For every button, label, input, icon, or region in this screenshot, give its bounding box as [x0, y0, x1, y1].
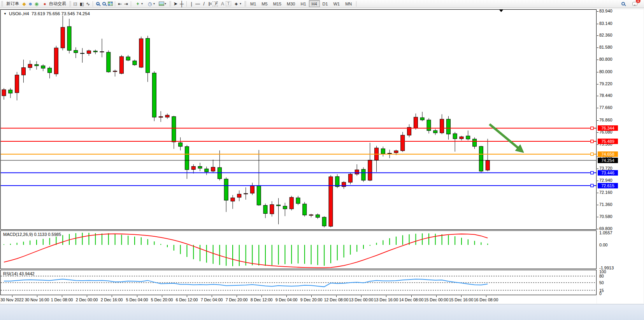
candle-body[interactable] — [309, 215, 313, 216]
candle-body[interactable] — [244, 193, 248, 194]
candle-body[interactable] — [113, 71, 117, 72]
candle-body[interactable] — [100, 52, 104, 52]
candle-body[interactable] — [329, 177, 333, 226]
candle-body[interactable] — [198, 166, 202, 168]
candle-body[interactable] — [420, 118, 424, 120]
candle-body[interactable] — [394, 151, 398, 153]
candle-body[interactable] — [61, 27, 65, 48]
candle-body[interactable] — [316, 215, 319, 218]
new-order-button[interactable]: 新订单 — [4, 0, 21, 7]
horizontal-line-icon[interactable]: — — [195, 1, 201, 7]
candle-body[interactable] — [335, 177, 339, 187]
candle-body[interactable] — [257, 186, 261, 205]
chart-candles-icon[interactable]: ▮▯ — [79, 1, 85, 7]
candle-body[interactable] — [9, 90, 12, 93]
candle-body[interactable] — [159, 116, 163, 117]
candle-body[interactable] — [54, 48, 58, 74]
candle-body[interactable] — [185, 146, 189, 169]
candle-body[interactable] — [139, 39, 143, 67]
fibonacci-icon[interactable]: F — [213, 1, 219, 7]
candle-body[interactable] — [28, 64, 32, 68]
candle-body[interactable] — [466, 136, 470, 139]
search-icon[interactable] — [620, 1, 626, 7]
candle-body[interactable] — [133, 61, 137, 65]
timeframe-m1[interactable]: M1 — [247, 0, 259, 7]
market-signal-icon[interactable]: ◉ — [33, 1, 40, 7]
candle-body[interactable] — [322, 217, 326, 226]
candlestick-chart[interactable] — [1, 10, 596, 229]
candle-body[interactable] — [361, 169, 365, 180]
accounts-icon[interactable]: ☻ — [27, 1, 33, 7]
level-anchor[interactable] — [591, 184, 593, 187]
candle-body[interactable] — [35, 65, 39, 66]
candle-body[interactable] — [165, 115, 169, 117]
chart-shift-icon[interactable]: ⇤ — [117, 1, 123, 7]
toolbar-grip[interactable] — [1, 1, 3, 7]
candle-body[interactable] — [231, 198, 235, 201]
candle-body[interactable] — [348, 174, 352, 182]
candle-body[interactable] — [388, 153, 391, 153]
candle-body[interactable] — [87, 51, 91, 53]
candle-body[interactable] — [401, 135, 405, 151]
candle-body[interactable] — [250, 186, 254, 193]
timeframe-m30[interactable]: M30 — [284, 0, 298, 7]
notifications-icon[interactable]: 1 — [632, 1, 638, 7]
main-chart-panel[interactable]: ▼ USOil-,H4 73.619 75.656 73.545 74.254 — [0, 9, 597, 230]
candle-body[interactable] — [368, 160, 372, 180]
periods-button[interactable]: ◷ ▾ — [145, 0, 157, 7]
candle-body[interactable] — [290, 197, 293, 209]
candle-body[interactable] — [224, 179, 228, 200]
candle-body[interactable] — [2, 90, 6, 96]
timeframe-m5[interactable]: M5 — [259, 0, 270, 7]
candle-body[interactable] — [296, 198, 300, 204]
candle-body[interactable] — [172, 116, 176, 142]
candle-body[interactable] — [191, 166, 195, 169]
chart-line-icon[interactable]: ∿ — [85, 1, 91, 7]
candle-body[interactable] — [126, 57, 130, 60]
timeframe-w1[interactable]: W1 — [331, 0, 343, 7]
history-center-icon[interactable]: ◆ — [21, 1, 27, 7]
macd-panel[interactable]: MACD(12,26,9) 0.1133 0.5985 — [0, 230, 597, 269]
candle-body[interactable] — [74, 50, 78, 53]
candle-body[interactable] — [67, 26, 71, 50]
text-icon[interactable]: A — [219, 1, 226, 7]
zoom-in-icon[interactable] — [95, 1, 101, 7]
candle-body[interactable] — [48, 68, 52, 73]
timeframe-mn[interactable]: MN — [342, 0, 354, 7]
candle-body[interactable] — [15, 75, 19, 93]
candle-body[interactable] — [81, 53, 84, 54]
candle-body[interactable] — [237, 194, 241, 197]
candle-body[interactable] — [283, 206, 287, 209]
auto-scroll-icon[interactable]: ⇥ — [123, 1, 129, 7]
timeframe-h1[interactable]: H1 — [298, 0, 309, 7]
level-anchor[interactable] — [591, 127, 593, 130]
crosshair-icon[interactable]: ┼ — [179, 1, 185, 7]
candle-body[interactable] — [21, 68, 25, 75]
arrows-button[interactable]: ◈ ▾ — [231, 0, 243, 7]
timeframe-h4[interactable]: H4 — [309, 0, 320, 7]
chart-shift-marker[interactable] — [499, 10, 503, 14]
candle-body[interactable] — [479, 146, 483, 171]
candle-body[interactable] — [381, 149, 385, 154]
candle-body[interactable] — [93, 51, 97, 52]
timeframe-d1[interactable]: D1 — [320, 0, 331, 7]
candle-body[interactable] — [211, 167, 215, 171]
candle-body[interactable] — [270, 205, 274, 214]
templates-button[interactable]: ▾ — [157, 0, 168, 7]
candle-body[interactable] — [427, 120, 431, 130]
cursor-icon[interactable]: ➤ — [172, 1, 179, 7]
candle-body[interactable] — [152, 73, 156, 117]
candle-body[interactable] — [473, 139, 477, 146]
price-axis[interactable]: 83.94083.14082.36081.58080.80080.00079.2… — [597, 9, 644, 304]
candle-body[interactable] — [355, 170, 359, 174]
candle-body[interactable] — [277, 205, 281, 206]
vertical-line-icon[interactable]: | — [188, 1, 195, 7]
candle-body[interactable] — [433, 130, 437, 133]
candle-body[interactable] — [263, 206, 267, 214]
candle-body[interactable] — [146, 39, 150, 73]
auto-trading-button[interactable]: ● 自动交易 — [40, 0, 68, 7]
candle-body[interactable] — [303, 204, 307, 215]
candle-body[interactable] — [440, 119, 444, 133]
level-anchor[interactable] — [591, 140, 593, 143]
level-anchor[interactable] — [591, 153, 593, 155]
